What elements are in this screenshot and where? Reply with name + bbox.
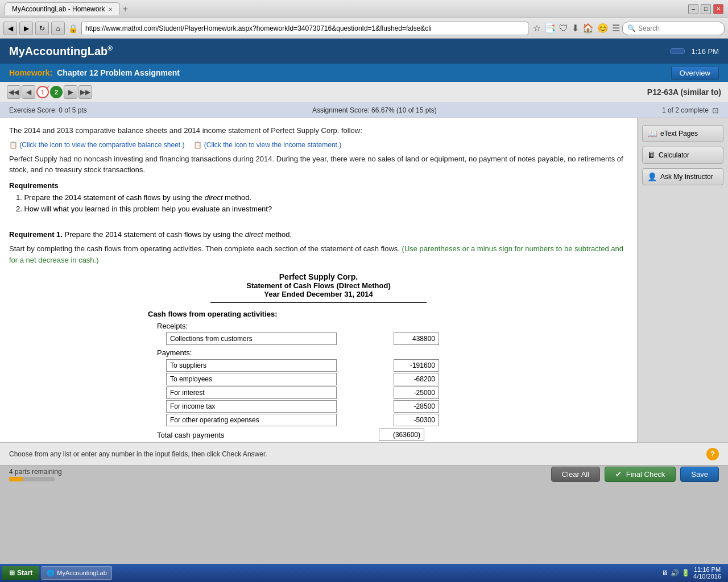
toolbar-icons: ☆ 📑 🛡 ⬇ 🏠 😊 ☰ <box>533 23 620 34</box>
suppliers-value-input[interactable] <box>394 359 439 372</box>
collections-row <box>148 332 489 345</box>
ask-instructor-button[interactable]: 👤 Ask My Instructor <box>642 168 723 185</box>
other-expenses-value-input[interactable] <box>394 414 439 426</box>
parts-remaining-section: 4 parts remaining <box>9 467 62 481</box>
req-section: Requirement 1. Prepare the 2014 statemen… <box>9 230 628 239</box>
final-check-button[interactable]: ✔ Final Check <box>605 467 676 482</box>
employees-label-input[interactable] <box>166 373 337 385</box>
menu-icon[interactable]: ☰ <box>612 23 620 34</box>
maximize-button[interactable]: □ <box>701 4 711 14</box>
volume-icon: 🔊 <box>671 569 679 577</box>
taskbar-item-browser[interactable]: 🌐 MyAccountingLab <box>42 566 111 580</box>
instruction-text: Start by completing the cash flows from … <box>9 243 628 265</box>
employees-value-input[interactable] <box>394 373 439 385</box>
sidebar: 📖 eText Pages 🖩 Calculator 👤 Ask My Inst… <box>637 118 728 442</box>
company-title: Perfect Supply Corp. <box>148 272 489 281</box>
interest-label-input[interactable] <box>166 386 337 399</box>
browser-tab[interactable]: MyAccountingLab - Homework ✕ <box>5 2 120 15</box>
help-button[interactable]: ? <box>706 448 719 460</box>
browser-titlebar: MyAccountingLab - Homework ✕ + – □ ✕ <box>0 0 728 18</box>
step2-badge[interactable]: 2 <box>50 86 63 98</box>
windows-icon: ⊞ <box>9 569 15 577</box>
shield-icon[interactable]: 🛡 <box>559 23 568 34</box>
start-button[interactable]: ⊞ Start <box>2 566 39 580</box>
navigation-bar: ◀◀ ◀ 1 ✓ 2 ▶ ▶▶ P12-63A (similar to) <box>0 82 728 102</box>
taskbar-items: 🌐 MyAccountingLab <box>39 566 657 580</box>
download-icon[interactable]: ⬇ <box>572 23 579 34</box>
exercise-score: Exercise Score: 0 of 5 pts <box>9 106 87 114</box>
expand-icon[interactable]: ⊡ <box>712 106 719 115</box>
progress-bar <box>9 477 55 481</box>
overview-button[interactable]: Overview <box>671 66 719 80</box>
other-expenses-row <box>148 414 489 426</box>
bookmark-icon[interactable]: 📑 <box>544 23 556 34</box>
calculator-button[interactable]: 🖩 Calculator <box>642 147 723 164</box>
balance-sheet-link[interactable]: 📋 (Click the icon to view the comparativ… <box>9 141 184 149</box>
address-bar[interactable] <box>81 22 528 35</box>
total-payments-value[interactable] <box>379 429 424 441</box>
problem-context: Perfect Supply had no noncash investing … <box>9 153 628 176</box>
total-payments-row: Total cash payments <box>148 429 489 441</box>
forward-button[interactable]: ▶ <box>19 22 33 35</box>
taskbar: ⊞ Start 🌐 MyAccountingLab 🖥 🔊 🔋 11:16 PM… <box>0 564 728 582</box>
homework-title: Chapter 12 Problem Assignment <box>57 68 671 77</box>
network-icon: 🖥 <box>661 569 668 577</box>
prev-button[interactable]: ◀ <box>22 85 35 99</box>
completion-score: 1 of 2 complete ⊡ <box>662 106 719 115</box>
income-statement-link[interactable]: 📋 (Click the icon to view the income sta… <box>193 141 341 149</box>
requirements-label: Requirements <box>9 181 628 190</box>
save-button[interactable]: Save <box>680 467 719 482</box>
income-tax-value-input[interactable] <box>394 400 439 413</box>
minimize-button[interactable]: – <box>688 4 698 14</box>
main-layout: The 2014 and 2013 comparative balance sh… <box>0 118 728 442</box>
income-tax-row <box>148 400 489 413</box>
tab-close-icon[interactable]: ✕ <box>108 6 113 13</box>
last-button[interactable]: ▶▶ <box>78 85 92 99</box>
user-icon[interactable]: 😊 <box>597 23 609 34</box>
next-button[interactable]: ▶ <box>64 85 77 99</box>
first-button[interactable]: ◀◀ <box>7 85 20 99</box>
suppliers-label-input[interactable] <box>166 359 337 372</box>
back-button[interactable]: ◀ <box>3 22 17 35</box>
refresh-button[interactable]: ↻ <box>35 22 49 35</box>
collections-value-input[interactable] <box>394 332 439 345</box>
assignment-score: Assignment Score: 66.67% (10 of 15 pts) <box>87 106 662 114</box>
suppliers-row <box>148 359 489 372</box>
problem-intro: The 2014 and 2013 comparative balance sh… <box>9 125 628 136</box>
clear-all-button[interactable]: Clear All <box>551 467 600 482</box>
home-button[interactable]: ⌂ <box>51 22 65 35</box>
lock-icon: 🔒 <box>68 24 78 33</box>
employees-row <box>148 373 489 385</box>
link1-icon: 📋 <box>9 141 18 149</box>
checkmark-icon: ✔ <box>615 470 622 479</box>
step1-check-icon: ✓ <box>46 85 50 90</box>
person-icon: 👤 <box>647 172 657 181</box>
taskbar-clock: 11:16 PM 4/10/2016 <box>693 566 721 580</box>
tab-title: MyAccountingLab - Homework <box>12 5 105 13</box>
cash-flow-statement: Perfect Supply Corp. Statement of Cash F… <box>148 272 489 442</box>
action-bar: 4 parts remaining Clear All ✔ Final Chec… <box>0 465 728 483</box>
etext-button[interactable]: 📖 eText Pages <box>642 125 723 142</box>
search-box[interactable]: 🔍 <box>622 22 725 35</box>
title-underline <box>210 302 427 303</box>
close-button[interactable]: ✕ <box>713 4 723 14</box>
scores-bar: Exercise Score: 0 of 5 pts Assignment Sc… <box>0 102 728 118</box>
section1-header: Cash flows from operating activities: <box>148 307 489 321</box>
problem-id: P12-63A (similar to) <box>647 88 721 97</box>
bookmark-star-icon[interactable]: ☆ <box>533 23 541 34</box>
income-tax-label-input[interactable] <box>166 400 337 413</box>
step1-badge[interactable]: 1 ✓ <box>36 86 49 98</box>
search-input[interactable] <box>638 24 719 32</box>
parts-remaining-text: 4 parts remaining <box>9 468 62 476</box>
bottom-instruction: Choose from any list or enter any number… <box>9 450 267 458</box>
interest-value-input[interactable] <box>394 386 439 399</box>
header-time: 1:16 PM <box>692 47 719 56</box>
homework-bar: Homework: Chapter 12 Problem Assignment … <box>0 64 728 82</box>
new-tab-button[interactable]: + <box>122 4 127 14</box>
collections-label-input[interactable] <box>166 332 337 345</box>
book-icon: 📖 <box>647 129 657 138</box>
home2-icon[interactable]: 🏠 <box>582 23 594 34</box>
other-expenses-label-input[interactable] <box>166 414 337 426</box>
link2-icon: 📋 <box>193 141 202 149</box>
nav-arrows: ◀◀ ◀ 1 ✓ 2 ▶ ▶▶ <box>7 85 92 99</box>
